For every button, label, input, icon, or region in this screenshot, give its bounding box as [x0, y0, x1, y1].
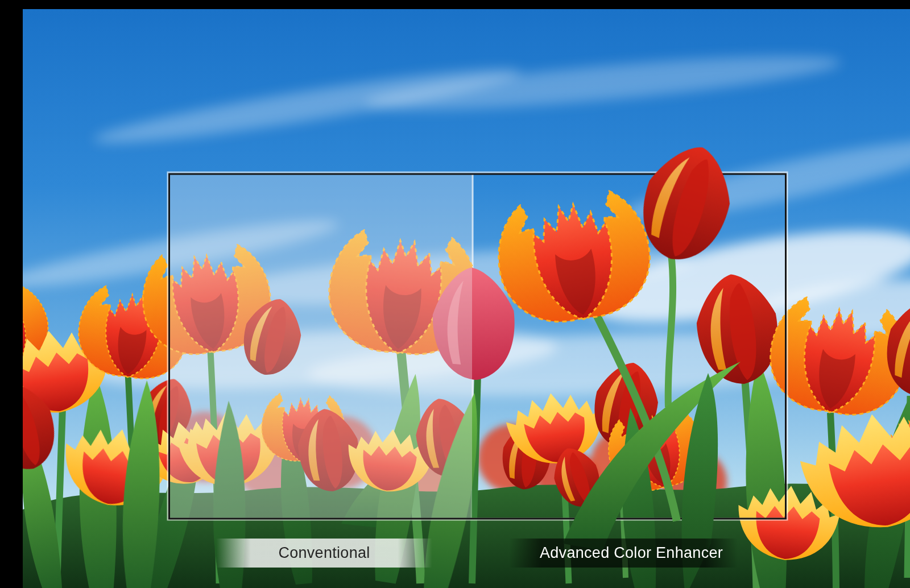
tulip-field-photo [23, 9, 910, 588]
conventional-wash-overlay [169, 175, 472, 518]
advanced-color-enhancer-label: Advanced Color Enhancer [540, 545, 723, 561]
conventional-label: Conventional [278, 545, 370, 561]
advanced-color-enhancer-label-band: Advanced Color Enhancer [510, 539, 737, 568]
conventional-label-band: Conventional [216, 539, 432, 568]
picture-quality-comparison-image: Conventional Advanced Color Enhancer [23, 9, 910, 588]
